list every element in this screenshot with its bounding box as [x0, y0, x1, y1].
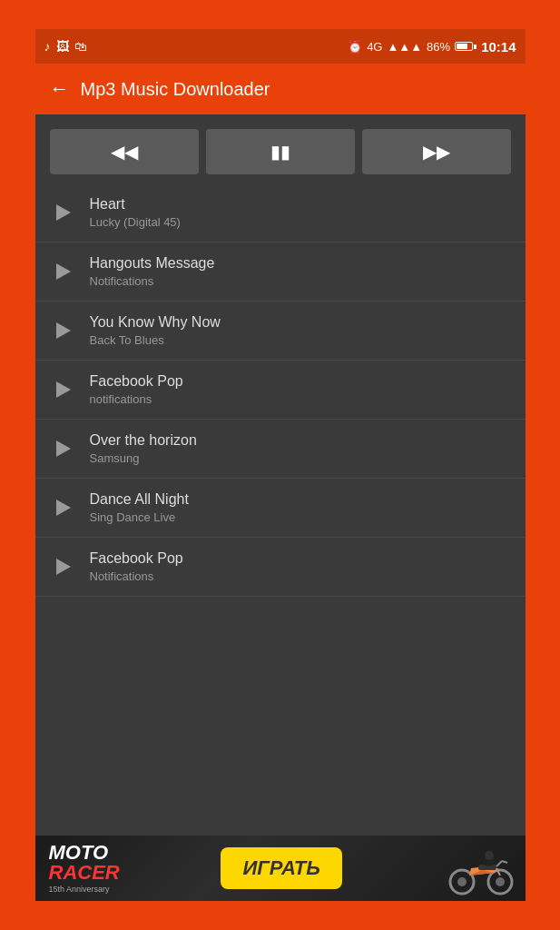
alarm-icon: ⏰	[348, 40, 362, 54]
ad-subtitle: 15th Anniversary	[49, 885, 110, 894]
song-info-5: Dance All Night Sing Dance Live	[90, 491, 511, 524]
ad-logo-bottom: RACER	[49, 863, 120, 883]
app-title: Mp3 Music Downloader	[81, 79, 270, 100]
app-bar: ← Mp3 Music Downloader	[35, 64, 526, 114]
svg-point-3	[496, 877, 505, 886]
status-bar-left: ♪ 🖼 🛍	[44, 39, 87, 54]
song-item[interactable]: You Know Why Now Back To Blues	[35, 302, 526, 361]
play-button-3[interactable]	[50, 376, 77, 403]
signal-icon: ▲▲▲	[387, 40, 422, 54]
song-info-0: Heart Lucky (Digital 45)	[90, 196, 511, 229]
song-item[interactable]: Facebook Pop Notifications	[35, 538, 526, 597]
song-artist-3: notifications	[90, 392, 511, 406]
next-button[interactable]: ▶▶	[362, 129, 511, 174]
image-icon: 🖼	[56, 39, 69, 54]
play-triangle-icon	[56, 559, 71, 575]
ad-banner[interactable]: MOTO RACER 15th Anniversary ИГРАТЬ	[35, 836, 526, 901]
play-button-2[interactable]	[50, 317, 77, 344]
song-title-0: Heart	[90, 196, 511, 213]
playback-controls: ◀◀ ▮▮ ▶▶	[35, 114, 526, 183]
song-item[interactable]: Dance All Night Sing Dance Live	[35, 479, 526, 538]
back-button[interactable]: ←	[50, 77, 70, 101]
play-triangle-icon	[56, 204, 71, 221]
phone-frame: ♪ 🖼 🛍 ⏰ 4G ▲▲▲ 86% 10:14 ← Mp3 Music Dow…	[35, 29, 526, 901]
song-title-1: Hangouts Message	[90, 255, 511, 272]
network-label: 4G	[367, 40, 382, 54]
song-info-1: Hangouts Message Notifications	[90, 255, 511, 288]
play-triangle-icon	[56, 440, 71, 457]
song-artist-1: Notifications	[90, 274, 511, 288]
bag-icon: 🛍	[74, 39, 87, 54]
song-artist-0: Lucky (Digital 45)	[90, 215, 511, 229]
song-title-5: Dance All Night	[90, 491, 511, 508]
song-title-6: Facebook Pop	[90, 550, 511, 567]
song-artist-4: Samsung	[90, 451, 511, 465]
song-title-2: You Know Why Now	[90, 314, 511, 331]
play-button-1[interactable]	[50, 258, 77, 285]
song-item[interactable]: Hangouts Message Notifications	[35, 242, 526, 302]
svg-point-2	[457, 877, 467, 886]
prev-icon: ◀◀	[111, 141, 138, 163]
song-title-3: Facebook Pop	[90, 373, 511, 390]
song-item[interactable]: Over the horizon Samsung	[35, 420, 526, 479]
status-time: 10:14	[481, 39, 516, 54]
play-button-6[interactable]	[50, 553, 77, 580]
ad-logo-top: MOTO	[49, 843, 109, 863]
song-info-6: Facebook Pop Notifications	[90, 550, 511, 583]
song-item[interactable]: Facebook Pop notifications	[35, 361, 526, 420]
play-triangle-icon	[56, 500, 71, 516]
battery-icon	[455, 42, 476, 51]
song-info-2: You Know Why Now Back To Blues	[90, 314, 511, 347]
battery-percent: 86%	[427, 40, 450, 54]
pause-icon: ▮▮	[270, 141, 290, 163]
svg-line-8	[502, 861, 507, 863]
song-artist-6: Notifications	[90, 569, 511, 583]
ad-bike-image	[444, 841, 516, 895]
play-triangle-icon	[56, 322, 71, 339]
ad-logo: MOTO RACER 15th Anniversary	[44, 843, 120, 894]
music-icon: ♪	[44, 39, 51, 54]
status-bar-right: ⏰ 4G ▲▲▲ 86% 10:14	[348, 39, 516, 54]
main-content: ◀◀ ▮▮ ▶▶ Heart Lucky (Digital 45)	[35, 114, 526, 901]
svg-point-11	[485, 851, 494, 860]
pause-button[interactable]: ▮▮	[206, 129, 355, 174]
song-info-4: Over the horizon Samsung	[90, 432, 511, 465]
play-button-4[interactable]	[50, 435, 77, 462]
ad-play-button[interactable]: ИГРАТЬ	[221, 847, 341, 889]
play-button-5[interactable]	[50, 494, 77, 521]
svg-line-7	[496, 861, 502, 866]
status-bar: ♪ 🖼 🛍 ⏰ 4G ▲▲▲ 86% 10:14	[35, 29, 526, 64]
song-info-3: Facebook Pop notifications	[90, 373, 511, 406]
play-triangle-icon	[56, 263, 71, 280]
song-artist-5: Sing Dance Live	[90, 510, 511, 524]
song-item[interactable]: Heart Lucky (Digital 45)	[35, 183, 526, 242]
prev-button[interactable]: ◀◀	[50, 129, 199, 174]
next-icon: ▶▶	[423, 141, 450, 163]
song-title-4: Over the horizon	[90, 432, 511, 449]
song-list: Heart Lucky (Digital 45) Hangouts Messag…	[35, 183, 526, 836]
play-button-0[interactable]	[50, 199, 77, 226]
song-artist-2: Back To Blues	[90, 333, 511, 347]
play-triangle-icon	[56, 381, 71, 398]
